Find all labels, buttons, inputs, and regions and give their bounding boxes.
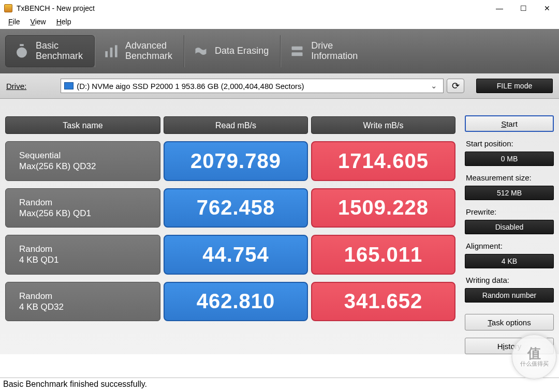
app-icon	[4, 4, 12, 12]
erase-icon	[193, 43, 209, 59]
measurement-size-value[interactable]: 512 MB	[465, 186, 554, 200]
tab-label: Data Erasing	[215, 46, 269, 56]
read-value: 2079.789	[164, 141, 308, 181]
maximize-button[interactable]: ☐	[511, 0, 535, 17]
file-mode-label: FILE mode	[497, 82, 532, 90]
alignment-value[interactable]: 4 KB	[465, 254, 554, 268]
drive-device-icon	[64, 82, 73, 89]
window-title: TxBENCH - New project	[17, 4, 488, 12]
file-mode-button[interactable]: FILE mode	[476, 79, 553, 93]
minimize-button[interactable]: —	[488, 0, 511, 17]
result-row: Random 4 KB QD32 462.810 341.652	[5, 282, 455, 322]
menubar: File View Help	[0, 17, 559, 29]
header-write: Write mB/s	[311, 116, 455, 134]
drive-selected-text: (D:) NVMe aigo SSD P2000 1 953.86 GB (2,…	[77, 82, 304, 91]
measurement-size-label: Measurement size:	[465, 168, 554, 184]
svg-point-0	[17, 48, 27, 58]
tab-advanced-benchmark[interactable]: Advanced Benchmark	[95, 35, 184, 67]
task-name[interactable]: Random Max(256 KB) QD1	[5, 188, 160, 228]
drive-label: Drive:	[6, 82, 26, 91]
header-row: Task name Read mB/s Write mB/s	[5, 116, 455, 134]
prewrite-label: Prewrite:	[465, 202, 554, 218]
prewrite-value[interactable]: Disabled	[465, 220, 554, 234]
svg-rect-1	[20, 44, 24, 46]
main-area: Task name Read mB/s Write mB/s Sequentia…	[0, 99, 559, 354]
side-panel: Start Start position: 0 MB Measurement s…	[465, 107, 554, 354]
result-row: Sequential Max(256 KB) QD32 2079.789 171…	[5, 141, 455, 181]
result-row: Random 4 KB QD1 44.754 165.011	[5, 235, 455, 275]
task-name[interactable]: Random 4 KB QD32	[5, 282, 160, 322]
menu-help[interactable]: Help	[52, 17, 76, 27]
svg-rect-2	[105, 51, 108, 57]
bars-icon	[104, 43, 119, 59]
task-name[interactable]: Random 4 KB QD1	[5, 235, 160, 275]
drive-select[interactable]: (D:) NVMe aigo SSD P2000 1 953.86 GB (2,…	[61, 79, 444, 93]
read-value: 462.810	[164, 282, 308, 322]
write-value: 341.652	[311, 282, 455, 322]
drive-bar: Drive: (D:) NVMe aigo SSD P2000 1 953.86…	[0, 73, 559, 99]
task-name[interactable]: Sequential Max(256 KB) QD32	[5, 141, 160, 181]
menu-view[interactable]: View	[26, 17, 50, 27]
tab-drive-information[interactable]: Drive Information	[281, 35, 369, 67]
tab-data-erasing[interactable]: Data Erasing	[184, 35, 281, 67]
svg-rect-6	[292, 52, 303, 56]
header-task: Task name	[5, 116, 160, 134]
tab-label: Drive Information	[311, 41, 358, 62]
alignment-label: Alignment:	[465, 236, 554, 252]
svg-rect-5	[292, 47, 303, 50]
svg-rect-4	[115, 45, 117, 57]
toolbar: Basic Benchmark Advanced Benchmark Data …	[0, 29, 559, 73]
results-table: Task name Read mB/s Write mB/s Sequentia…	[5, 107, 455, 354]
result-row: Random Max(256 KB) QD1 762.458 1509.228	[5, 188, 455, 228]
close-button[interactable]: ✕	[535, 0, 559, 17]
chevron-down-icon: ⌄	[428, 81, 440, 91]
start-position-value[interactable]: 0 MB	[465, 152, 554, 166]
status-text: Basic Benchmark finished successfully.	[3, 380, 147, 388]
writing-data-value[interactable]: Random number	[465, 288, 554, 303]
drive-icon	[289, 43, 305, 59]
tab-label: Basic Benchmark	[36, 41, 83, 62]
start-button[interactable]: Start	[465, 115, 554, 132]
stopwatch-icon	[14, 43, 30, 59]
task-options-button[interactable]: Task options	[465, 314, 554, 330]
start-position-label: Start position:	[465, 134, 554, 149]
header-read: Read mB/s	[164, 116, 308, 134]
tab-basic-benchmark[interactable]: Basic Benchmark	[5, 35, 95, 67]
read-value: 44.754	[164, 235, 308, 275]
write-value: 1509.228	[311, 188, 455, 228]
refresh-button[interactable]: ⟳	[447, 79, 464, 93]
watermark: 值 什么值得买	[511, 334, 557, 380]
read-value: 762.458	[164, 188, 308, 228]
menu-file[interactable]: File	[4, 17, 24, 27]
status-bar: Basic Benchmark finished successfully.	[0, 378, 559, 392]
svg-rect-3	[110, 48, 113, 57]
titlebar: TxBENCH - New project — ☐ ✕	[0, 0, 559, 17]
refresh-icon: ⟳	[452, 80, 460, 92]
write-value: 165.011	[311, 235, 455, 275]
tab-label: Advanced Benchmark	[125, 41, 172, 62]
writing-data-label: Writing data:	[465, 270, 554, 286]
write-value: 1714.605	[311, 141, 455, 181]
